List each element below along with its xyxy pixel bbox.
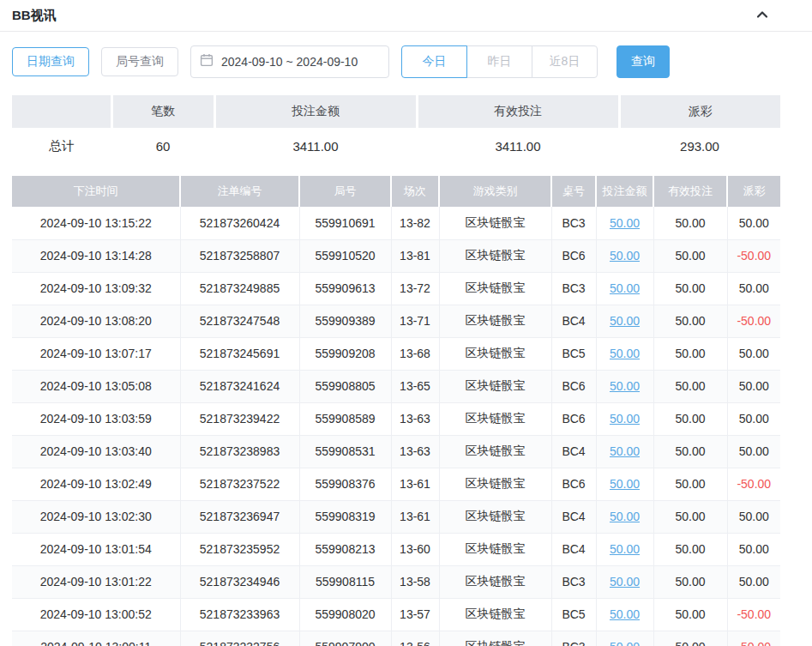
- session-cell: 13-81: [391, 239, 439, 272]
- order-id-cell: 521873260424: [180, 207, 299, 239]
- session-cell: 13-56: [391, 631, 439, 646]
- session-cell: 13-61: [391, 500, 439, 533]
- payout-cell: 50.00: [727, 402, 780, 435]
- order-id-cell: 521873245691: [180, 337, 299, 370]
- table-row: 2024-09-10 13:15:22 521873260424 5599106…: [12, 207, 780, 239]
- session-cell: 13-60: [391, 533, 439, 565]
- session-cell: 13-82: [391, 207, 439, 239]
- table-row: 2024-09-10 13:02:30 521873236947 5599083…: [12, 500, 780, 533]
- order-id-cell: 521873258807: [180, 239, 299, 272]
- valid-bet-cell: 50.00: [653, 500, 727, 533]
- date-range-picker[interactable]: [190, 45, 389, 78]
- bet-amount-link[interactable]: 50.00: [610, 412, 640, 426]
- bet-amount-link[interactable]: 50.00: [610, 314, 640, 328]
- bet-time-cell: 2024-09-10 13:00:52: [12, 598, 180, 631]
- bet-amount-link[interactable]: 50.00: [610, 249, 640, 263]
- round-id-cell: 559909208: [299, 337, 391, 370]
- round-id-cell: 559909613: [299, 272, 391, 305]
- table-row: 2024-09-10 13:03:40 521873238983 5599085…: [12, 435, 780, 468]
- game-type-cell: 区块链骰宝: [439, 239, 551, 272]
- bet-time-cell: 2024-09-10 13:03:40: [12, 435, 180, 468]
- bet-amount-link[interactable]: 50.00: [610, 640, 640, 646]
- round-id-cell: 559908020: [299, 598, 391, 631]
- col-table-no: 桌号: [551, 176, 596, 207]
- bet-amount-link[interactable]: 50.00: [610, 575, 640, 589]
- payout-cell: -50.00: [727, 468, 780, 500]
- bet-amount-link[interactable]: 50.00: [610, 281, 640, 295]
- col-payout: 派彩: [727, 176, 780, 207]
- bet-amount-link[interactable]: 50.00: [610, 477, 640, 491]
- bet-amount-link[interactable]: 50.00: [610, 379, 640, 393]
- bet-amount-link[interactable]: 50.00: [610, 510, 640, 523]
- total-label: 总计: [12, 128, 111, 164]
- table-no-cell: BC6: [551, 239, 596, 272]
- summary-table: 笔数 投注金额 有效投注 派彩 总计 60 3411.00 3411.00 29…: [12, 95, 780, 164]
- chevron-up-icon: [755, 7, 770, 25]
- total-bet-amount: 3411.00: [214, 128, 417, 164]
- bet-amount-cell: 50.00: [596, 305, 653, 337]
- round-id-cell: 559908319: [299, 500, 391, 533]
- valid-bet-cell: 50.00: [653, 468, 727, 500]
- bet-amount-link[interactable]: 50.00: [610, 542, 640, 556]
- round-query-tab[interactable]: 局号查询: [101, 47, 178, 76]
- summary-header-blank: [12, 95, 111, 128]
- bet-time-cell: 2024-09-10 13:14:28: [12, 239, 180, 272]
- bet-amount-cell: 50.00: [596, 337, 653, 370]
- section-header: BB视讯: [0, 0, 812, 32]
- bet-amount-cell: 50.00: [596, 565, 653, 598]
- search-button[interactable]: 查询: [617, 45, 670, 78]
- bet-amount-link[interactable]: 50.00: [610, 607, 640, 621]
- order-id-cell: 521873249885: [180, 272, 299, 305]
- table-no-cell: BC4: [551, 500, 596, 533]
- table-no-cell: BC6: [551, 370, 596, 402]
- table-no-cell: BC4: [551, 435, 596, 468]
- valid-bet-cell: 50.00: [653, 631, 727, 646]
- table-row: 2024-09-10 13:07:17 521873245691 5599092…: [12, 337, 780, 370]
- valid-bet-cell: 50.00: [653, 402, 727, 435]
- game-type-cell: 区块链骰宝: [439, 435, 551, 468]
- game-type-cell: 区块链骰宝: [439, 305, 551, 337]
- yesterday-button[interactable]: 昨日: [466, 45, 532, 78]
- order-id-cell: 521873232756: [180, 631, 299, 646]
- table-row: 2024-09-10 13:01:54 521873235952 5599082…: [12, 533, 780, 565]
- session-cell: 13-63: [391, 402, 439, 435]
- quick-range-group: 今日 昨日 近8日: [401, 45, 598, 78]
- order-id-cell: 521873234946: [180, 565, 299, 598]
- session-cell: 13-68: [391, 337, 439, 370]
- bet-amount-link[interactable]: 50.00: [610, 216, 640, 230]
- round-id-cell: 559909389: [299, 305, 391, 337]
- summary-header-bet: 投注金额: [214, 95, 417, 128]
- bet-time-cell: 2024-09-10 13:03:59: [12, 402, 180, 435]
- bet-amount-link[interactable]: 50.00: [610, 347, 640, 360]
- summary-header-valid: 有效投注: [417, 95, 619, 128]
- total-valid-bet: 3411.00: [417, 128, 619, 164]
- payout-cell: -50.00: [727, 305, 780, 337]
- order-id-cell: 521873233963: [180, 598, 299, 631]
- table-no-cell: BC3: [551, 631, 596, 646]
- summary-header-count: 笔数: [111, 95, 214, 128]
- payout-cell: 50.00: [727, 272, 780, 305]
- calendar-icon: [200, 53, 214, 70]
- game-type-cell: 区块链骰宝: [439, 500, 551, 533]
- today-button[interactable]: 今日: [401, 45, 467, 78]
- date-query-tab[interactable]: 日期查询: [12, 47, 89, 76]
- session-cell: 13-61: [391, 468, 439, 500]
- date-range-input[interactable]: [221, 55, 380, 69]
- bet-amount-cell: 50.00: [596, 370, 653, 402]
- table-row: 2024-09-10 13:05:08 521873241624 5599088…: [12, 370, 780, 402]
- bet-amount-cell: 50.00: [596, 272, 653, 305]
- collapse-button[interactable]: [754, 7, 771, 24]
- col-valid-bet: 有效投注: [653, 176, 727, 207]
- table-no-cell: BC3: [551, 207, 596, 239]
- table-row: 2024-09-10 13:03:59 521873239422 5599085…: [12, 402, 780, 435]
- last8days-button[interactable]: 近8日: [532, 45, 598, 78]
- payout-cell: -50.00: [727, 631, 780, 646]
- bet-time-cell: 2024-09-10 13:01:22: [12, 565, 180, 598]
- col-bet-amount: 投注金额: [596, 176, 653, 207]
- order-id-cell: 521873236947: [180, 500, 299, 533]
- table-no-cell: BC6: [551, 468, 596, 500]
- order-id-cell: 521873237522: [180, 468, 299, 500]
- main-content: 日期查询 局号查询 今日 昨日 近8日 查询 笔数: [12, 45, 780, 646]
- session-cell: 13-63: [391, 435, 439, 468]
- bet-amount-link[interactable]: 50.00: [610, 444, 640, 458]
